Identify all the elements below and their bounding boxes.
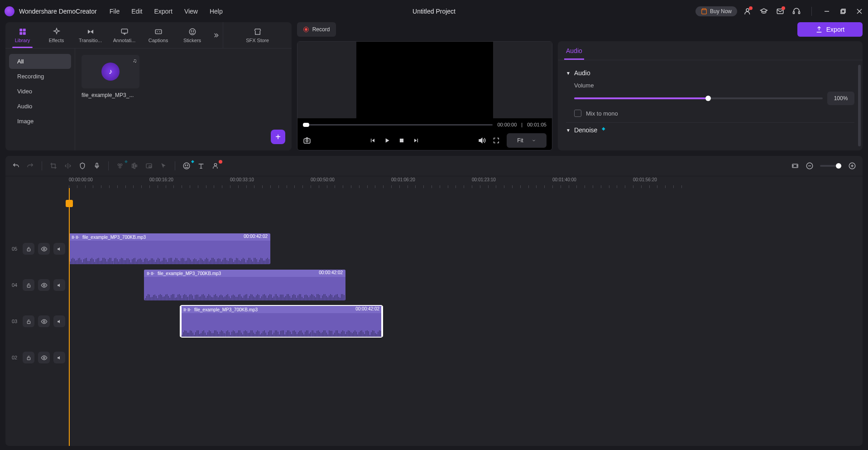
app-name: Wondershare DemoCreator	[19, 8, 97, 15]
visibility-button[interactable]	[38, 279, 50, 291]
smile-button[interactable]: ◆	[182, 162, 191, 170]
track-body[interactable]: ⊪⊪file_example_MP3_700KB.mp300:00:42:02	[69, 267, 863, 303]
menu-help[interactable]: Help	[210, 8, 223, 15]
track-number: 04	[12, 282, 19, 288]
sidebar-item-all[interactable]: All	[9, 54, 71, 69]
track-head: 02	[5, 340, 69, 375]
sidebar-item-audio[interactable]: Audio	[9, 99, 71, 114]
props-scrollbar[interactable]	[858, 65, 861, 146]
app-logo-icon	[5, 6, 14, 16]
tab-captions[interactable]: Captions	[141, 22, 175, 48]
sidebar-item-video[interactable]: Video	[9, 84, 71, 99]
avatar-button[interactable]	[211, 162, 220, 170]
svg-point-23	[120, 164, 122, 165]
import-media-button[interactable]: +	[271, 130, 285, 144]
audio-clip[interactable]: ⊪⊪file_example_MP3_700KB.mp300:00:42:02	[181, 306, 382, 337]
track-body[interactable]	[69, 340, 863, 375]
chevron-double-right-icon	[212, 31, 220, 39]
prev-frame-button[interactable]	[369, 136, 377, 145]
zoom-in-button[interactable]	[848, 162, 856, 170]
close-button[interactable]	[855, 7, 863, 15]
crop-button[interactable]	[49, 162, 58, 170]
message-icon[interactable]	[776, 7, 784, 15]
section-audio-header[interactable]: ▼ Audio	[566, 69, 854, 77]
tab-library[interactable]: Library	[5, 22, 39, 48]
marker-button[interactable]	[78, 162, 86, 170]
maximize-button[interactable]	[839, 7, 847, 15]
redo-button[interactable]	[26, 162, 34, 170]
academy-icon[interactable]	[760, 7, 768, 15]
mute-button[interactable]	[53, 279, 65, 291]
tab-stickers[interactable]: Stickers	[175, 22, 209, 48]
text-button[interactable]	[197, 162, 205, 170]
svg-point-41	[43, 248, 45, 250]
volume-value[interactable]: 100%	[827, 92, 854, 105]
mute-button[interactable]	[53, 315, 65, 327]
zoom-out-button[interactable]	[806, 162, 814, 170]
fit-timeline-button[interactable]	[791, 162, 799, 170]
tab-sfx-store[interactable]: SFX Store	[223, 22, 292, 48]
pic-in-pic-button[interactable]	[145, 162, 153, 170]
play-button[interactable]	[383, 136, 391, 145]
menu-edit[interactable]: Edit	[131, 8, 142, 15]
account-icon[interactable]	[743, 7, 752, 15]
clip-handle-right[interactable]	[381, 306, 383, 337]
support-icon[interactable]	[792, 7, 801, 15]
visibility-button[interactable]	[38, 352, 50, 363]
mix-to-mono-checkbox[interactable]: Mix to mono	[574, 110, 854, 117]
audio-clip[interactable]: ⊪⊪file_example_MP3_700KB.mp300:00:42:02	[69, 233, 270, 264]
export-button[interactable]: Export	[797, 22, 863, 37]
tab-transitions[interactable]: Transitio...	[73, 22, 107, 48]
record-button[interactable]: Record	[297, 22, 336, 37]
fullscreen-button[interactable]	[492, 136, 500, 145]
clip-handle-left[interactable]	[180, 306, 182, 337]
sidebar-item-image[interactable]: Image	[9, 114, 71, 129]
media-thumbnail[interactable]: ♪ ♫	[82, 55, 139, 88]
library-sidebar: All Recording Video Audio Image	[5, 48, 75, 150]
visibility-button[interactable]	[38, 243, 50, 255]
audio-clip[interactable]: ⊪⊪file_example_MP3_700KB.mp300:00:42:02	[144, 270, 345, 300]
lock-button[interactable]	[23, 352, 34, 363]
cursor-button[interactable]	[159, 162, 168, 170]
svg-rect-26	[134, 163, 135, 169]
screenshot-button[interactable]	[303, 136, 311, 145]
section-denoise-header[interactable]: ▼ Denoise ◆	[566, 126, 854, 134]
lock-button[interactable]	[23, 315, 34, 327]
tab-annotations[interactable]: Annotati...	[107, 22, 141, 48]
volume-slider[interactable]	[574, 97, 823, 99]
buy-now-label: Buy Now	[710, 8, 732, 15]
track-body[interactable]: ⊪⊪file_example_MP3_700KB.mp300:00:42:02	[69, 231, 863, 266]
split-button[interactable]	[64, 162, 72, 170]
tab-effects[interactable]: Effects	[39, 22, 73, 48]
minimize-button[interactable]	[823, 7, 831, 15]
menu-export[interactable]: Export	[154, 8, 172, 15]
lock-button[interactable]	[23, 279, 34, 291]
timeline-ruler[interactable]: 00:00:00:0000:00:16:2000:00:33:1000:00:5…	[5, 176, 863, 188]
fit-dropdown[interactable]: Fit	[507, 133, 547, 148]
mute-button[interactable]	[53, 243, 65, 255]
stop-button[interactable]	[398, 136, 406, 145]
next-frame-button[interactable]	[412, 136, 420, 145]
mute-button[interactable]	[53, 352, 65, 363]
svg-point-33	[214, 164, 216, 166]
ruler-tick: 00:01:23:10	[472, 176, 496, 182]
sidebar-item-recording[interactable]: Recording	[9, 69, 71, 84]
zoom-slider[interactable]	[820, 165, 842, 167]
more-tabs-button[interactable]	[209, 22, 223, 48]
voiceover-button[interactable]	[93, 162, 101, 170]
svg-point-22	[118, 164, 120, 165]
clip-name: file_example_MP3_700KB.mp3	[82, 235, 146, 240]
menu-view[interactable]: View	[184, 8, 198, 15]
scrub-bar[interactable]	[303, 124, 493, 126]
menu-file[interactable]: File	[110, 8, 120, 15]
align-button[interactable]	[130, 162, 139, 170]
lock-button[interactable]	[23, 243, 34, 255]
undo-button[interactable]	[12, 162, 20, 170]
props-tab-audio[interactable]: Audio	[564, 41, 584, 60]
track-body[interactable]: ⊪⊪file_example_MP3_700KB.mp300:00:42:02	[69, 304, 863, 339]
record-icon	[303, 27, 309, 32]
buy-now-button[interactable]: Buy Now	[695, 6, 737, 16]
group-button[interactable]: ◆	[116, 162, 124, 170]
visibility-button[interactable]	[38, 315, 50, 327]
volume-button[interactable]	[478, 136, 486, 145]
